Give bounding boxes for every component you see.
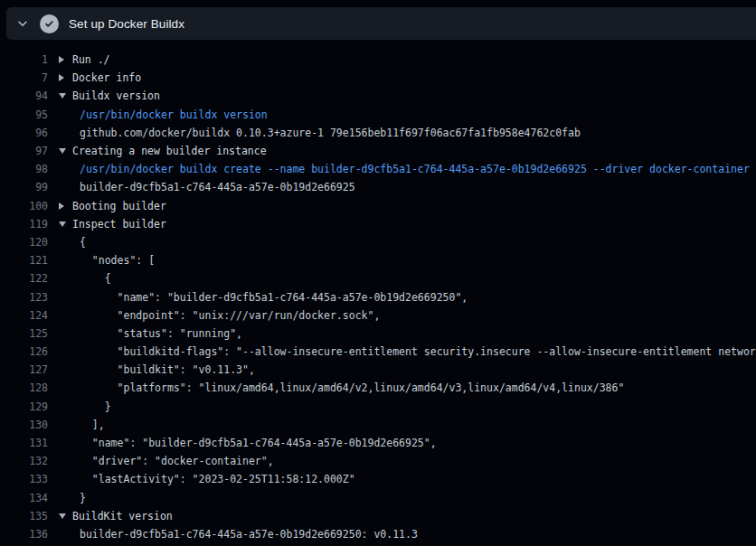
- log-text: ],: [80, 419, 105, 431]
- line-number[interactable]: 125: [0, 327, 48, 340]
- line-number[interactable]: 100: [0, 200, 48, 212]
- line-number[interactable]: 135: [0, 510, 48, 522]
- collapse-triangle-icon: [59, 93, 72, 99]
- log-line: 127 "buildkit": "v0.11.3",: [0, 361, 756, 379]
- group-title: Docker info: [72, 71, 141, 84]
- log-line: 95/usr/bin/docker buildx version: [0, 106, 756, 124]
- collapse-triangle-icon: [59, 221, 72, 227]
- log-group-line[interactable]: 119Inspect builder: [0, 215, 756, 233]
- line-number[interactable]: 136: [0, 528, 48, 541]
- line-number[interactable]: 128: [0, 381, 48, 394]
- line-number[interactable]: 130: [0, 419, 48, 431]
- log-line: 125 "status": "running",: [0, 325, 756, 343]
- line-number[interactable]: 132: [0, 455, 48, 467]
- line-number[interactable]: 97: [0, 145, 48, 157]
- line-number[interactable]: 122: [0, 272, 48, 285]
- log-line: 130 ],: [0, 416, 756, 434]
- log-group-line[interactable]: 1Run ./: [0, 51, 756, 69]
- line-number[interactable]: 96: [0, 127, 48, 139]
- group-title: BuildKit version: [72, 510, 173, 522]
- log-line: 129 }: [0, 398, 756, 416]
- log-group-line[interactable]: 100Booting builder: [0, 197, 756, 215]
- group-title: Run ./: [72, 53, 110, 66]
- collapse-triangle-icon: [59, 513, 72, 519]
- group-title: Inspect builder: [72, 218, 166, 231]
- log-group-line[interactable]: 97Creating a new builder instance: [0, 142, 756, 160]
- line-number[interactable]: 133: [0, 473, 48, 485]
- log-text: "buildkitd-flags": "--allow-insecure-ent…: [80, 345, 756, 358]
- log-line: 96github.com/docker/buildx 0.10.3+azure-…: [0, 124, 756, 142]
- line-number[interactable]: 131: [0, 437, 48, 449]
- log-line: 124 "endpoint": "unix:///var/run/docker.…: [0, 306, 756, 325]
- log-line: 122 {: [0, 269, 756, 287]
- line-number[interactable]: 99: [0, 181, 48, 193]
- log-line: 98/usr/bin/docker buildx create --name b…: [0, 160, 756, 178]
- log-text: {: [80, 272, 111, 285]
- step-title: Set up Docker Buildx: [69, 17, 184, 31]
- chevron-down-icon: [16, 17, 29, 30]
- log-text: }: [80, 492, 86, 504]
- log-text: "name": "builder-d9cfb5a1-c764-445a-a57e…: [80, 291, 468, 304]
- log-group-line[interactable]: 7Docker info: [0, 69, 756, 87]
- line-number[interactable]: 7: [0, 71, 48, 84]
- log-line: 126 "buildkitd-flags": "--allow-insecure…: [0, 343, 756, 361]
- log-text: "status": "running",: [80, 327, 242, 340]
- collapse-triangle-icon: [59, 148, 72, 154]
- line-number[interactable]: 134: [0, 492, 48, 504]
- expand-triangle-icon: [59, 74, 72, 81]
- log-output: 1Run ./7Docker info94Buildx version95/us…: [0, 40, 756, 543]
- line-number[interactable]: 124: [0, 309, 48, 322]
- log-line: 134}: [0, 489, 756, 507]
- log-line: 133 "lastActivity": "2023-02-25T11:58:12…: [0, 470, 756, 488]
- log-text: "lastActivity": "2023-02-25T11:58:12.000…: [80, 473, 355, 485]
- log-text: builder-d9cfb5a1-c764-445a-a57e-0b19d2e6…: [80, 181, 355, 193]
- log-text: "buildkit": "v0.11.3",: [80, 363, 255, 376]
- line-number[interactable]: 98: [0, 163, 48, 175]
- log-text: "nodes": [: [80, 254, 155, 267]
- expand-triangle-icon: [59, 202, 72, 210]
- log-line: 121 "nodes": [: [0, 251, 756, 269]
- log-group-line[interactable]: 135BuildKit version: [0, 507, 756, 525]
- expand-triangle-icon: [59, 56, 72, 63]
- line-number[interactable]: 127: [0, 363, 48, 376]
- log-line: 99builder-d9cfb5a1-c764-445a-a57e-0b19d2…: [0, 178, 756, 196]
- log-text: "platforms": "linux/amd64,linux/amd64/v2…: [80, 381, 624, 394]
- line-number[interactable]: 121: [0, 254, 48, 267]
- log-line: 120{: [0, 233, 756, 251]
- log-line: 128 "platforms": "linux/amd64,linux/amd6…: [0, 379, 756, 397]
- log-text: builder-d9cfb5a1-c764-445a-a57e-0b19d2e6…: [80, 528, 418, 541]
- line-number[interactable]: 120: [0, 236, 48, 249]
- log-text: {: [80, 236, 86, 249]
- log-line: 136builder-d9cfb5a1-c764-445a-a57e-0b19d…: [0, 525, 756, 543]
- log-text: /usr/bin/docker buildx create --name bui…: [80, 163, 750, 175]
- line-number[interactable]: 123: [0, 291, 48, 304]
- line-number[interactable]: 126: [0, 345, 48, 358]
- log-text: "name": "builder-d9cfb5a1-c764-445a-a57e…: [80, 437, 437, 449]
- group-title: Creating a new builder instance: [72, 145, 267, 157]
- log-text: "endpoint": "unix:///var/run/docker.sock…: [80, 309, 380, 322]
- group-title: Booting builder: [72, 200, 166, 212]
- line-number[interactable]: 129: [0, 400, 48, 413]
- step-header[interactable]: Set up Docker Buildx: [6, 7, 756, 40]
- log-text: "driver": "docker-container",: [80, 455, 274, 467]
- log-line: 123 "name": "builder-d9cfb5a1-c764-445a-…: [0, 287, 756, 306]
- line-number[interactable]: 1: [0, 53, 48, 66]
- log-text: /usr/bin/docker buildx version: [80, 108, 268, 121]
- line-number[interactable]: 119: [0, 218, 48, 231]
- log-line: 131 "name": "builder-d9cfb5a1-c764-445a-…: [0, 434, 756, 452]
- line-number[interactable]: 94: [0, 89, 48, 102]
- log-group-line[interactable]: 94Buildx version: [0, 87, 756, 105]
- log-text: }: [80, 400, 111, 413]
- group-title: Buildx version: [72, 89, 160, 102]
- check-circle-icon: [40, 14, 59, 33]
- log-line: 132 "driver": "docker-container",: [0, 452, 756, 470]
- line-number[interactable]: 95: [0, 108, 48, 121]
- log-text: github.com/docker/buildx 0.10.3+azure-1 …: [80, 127, 581, 139]
